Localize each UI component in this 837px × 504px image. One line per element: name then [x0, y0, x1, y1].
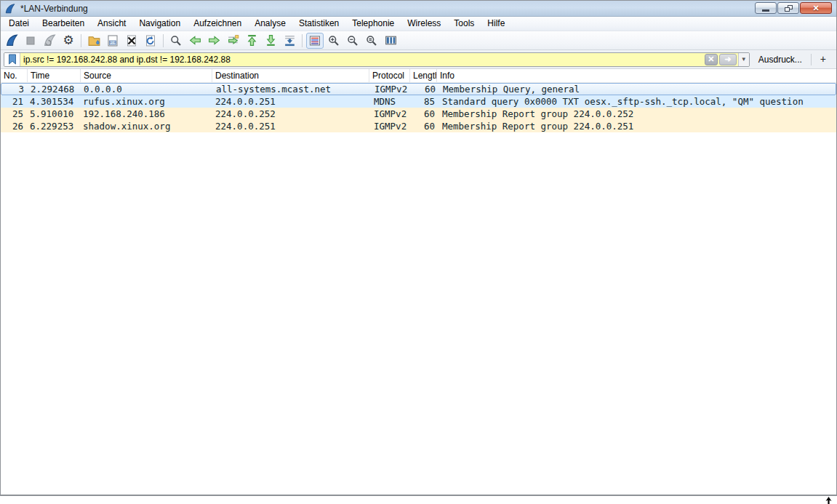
window-controls: ✕ [755, 2, 832, 14]
restart-capture-icon[interactable] [41, 33, 58, 49]
main-toolbar: ⚙ 010 [1, 31, 836, 50]
go-back-icon[interactable] [186, 33, 204, 49]
cell-time: 5.910010 [28, 108, 81, 119]
cell-info: Standard query 0x0000 TXT oesx._sftp-ssh… [437, 96, 836, 107]
display-filter-box: ✕ ➜ ▼ [4, 52, 750, 67]
zoom-in-icon[interactable] [325, 33, 343, 49]
cell-info: Membership Query, general [438, 84, 836, 95]
menu-telephonie[interactable]: Telephonie [345, 17, 401, 31]
filter-separator [811, 54, 812, 65]
column-header-length[interactable]: Length [410, 69, 437, 82]
cell-time: 6.229253 [28, 121, 81, 132]
cell-length: 85 [410, 96, 437, 107]
cell-length: 60 [411, 84, 438, 95]
reload-file-icon[interactable] [142, 33, 159, 49]
cell-destination: 224.0.0.251 [212, 96, 369, 107]
colorize-packets-icon[interactable] [306, 33, 324, 49]
go-to-top-icon[interactable] [243, 33, 260, 49]
menu-datei[interactable]: Datei [2, 17, 36, 31]
resize-columns-icon[interactable] [382, 33, 399, 49]
wireshark-window: *LAN-Verbindung ✕ Datei Bearbeiten Ansic… [0, 0, 837, 496]
minimize-icon [762, 9, 769, 12]
cell-source: 0.0.0.0 [81, 84, 213, 95]
menu-navigation[interactable]: Navigation [132, 17, 187, 31]
column-header-info[interactable]: Info [437, 69, 836, 82]
svg-text:010: 010 [110, 41, 116, 44]
menu-aufzeichnen[interactable]: Aufzeichnen [187, 17, 248, 31]
packet-row[interactable]: 21 4.301534 rufus.xinux.org 224.0.0.251 … [1, 95, 836, 108]
open-file-icon[interactable] [85, 33, 103, 49]
menu-analyse[interactable]: Analyse [248, 17, 292, 31]
menu-wireless[interactable]: Wireless [401, 17, 447, 31]
filter-history-dropdown[interactable]: ▼ [738, 53, 749, 66]
toolbar-separator [163, 34, 164, 47]
cell-length: 60 [410, 108, 437, 119]
cell-protocol: IGMPv2 [370, 84, 411, 95]
go-to-bottom-icon[interactable] [262, 33, 279, 49]
column-header-no[interactable]: No. [1, 69, 28, 82]
start-capture-icon[interactable] [3, 33, 20, 49]
menu-tools[interactable]: Tools [447, 17, 481, 31]
filter-apply-button[interactable]: ➜ [719, 54, 737, 65]
packet-row[interactable]: 26 6.229253 shadow.xinux.org 224.0.0.251… [1, 120, 836, 132]
save-file-icon[interactable]: 010 [104, 33, 121, 49]
expression-button[interactable]: Ausdruck... [753, 53, 808, 66]
menu-bearbeiten[interactable]: Bearbeiten [36, 17, 91, 31]
capture-options-icon[interactable]: ⚙ [60, 33, 77, 49]
column-header-protocol[interactable]: Protocol [369, 69, 410, 82]
close-file-icon[interactable] [123, 33, 140, 49]
stop-capture-icon[interactable] [22, 33, 39, 49]
packet-row-selected[interactable]: 3 2.292468 0.0.0.0 all-systems.mcast.net… [1, 83, 836, 95]
menu-hilfe[interactable]: Hilfe [481, 17, 511, 31]
close-icon: ✕ [812, 4, 819, 12]
cell-source: rufus.xinux.org [81, 96, 212, 107]
mouse-cursor-icon [825, 495, 832, 504]
zoom-reset-icon[interactable] [363, 33, 380, 49]
cell-no: 21 [1, 96, 28, 107]
go-to-packet-icon[interactable] [224, 33, 241, 49]
wireshark-fin-icon [4, 3, 16, 15]
toolbar-separator [302, 34, 303, 47]
restore-button[interactable] [777, 2, 799, 14]
cell-source: 192.168.240.186 [81, 108, 212, 119]
minimize-button[interactable] [755, 2, 777, 14]
display-filter-input[interactable] [20, 53, 705, 66]
cell-destination: all-systems.mcast.net [213, 84, 370, 95]
close-button[interactable]: ✕ [800, 2, 832, 14]
cell-info: Membership Report group 224.0.0.251 [437, 121, 836, 132]
cell-no: 25 [1, 108, 28, 119]
column-header-source[interactable]: Source [81, 69, 212, 82]
cell-time: 4.301534 [28, 96, 81, 107]
menu-bar: Datei Bearbeiten Ansicht Navigation Aufz… [1, 17, 836, 31]
filter-clear-button[interactable]: ✕ [705, 54, 718, 65]
cell-no: 26 [1, 121, 28, 132]
bookmark-icon [8, 54, 17, 65]
title-bar[interactable]: *LAN-Verbindung ✕ [1, 1, 836, 17]
filter-bookmark-button[interactable] [4, 53, 20, 66]
column-header-destination[interactable]: Destination [212, 69, 369, 82]
menu-ansicht[interactable]: Ansicht [91, 17, 132, 31]
cell-protocol: IGMPv2 [369, 121, 410, 132]
filter-bar: ✕ ➜ ▼ Ausdruck... + [1, 50, 836, 69]
packet-list: 3 2.292468 0.0.0.0 all-systems.mcast.net… [1, 83, 836, 132]
cell-protocol: MDNS [369, 96, 410, 107]
cell-destination: 224.0.0.252 [212, 108, 369, 119]
menu-statistiken[interactable]: Statistiken [292, 17, 345, 31]
column-header-time[interactable]: Time [28, 69, 81, 82]
window-title: *LAN-Verbindung [20, 4, 88, 14]
cell-info: Membership Report group 224.0.0.252 [437, 108, 836, 119]
zoom-out-icon[interactable] [344, 33, 361, 49]
cell-no: 3 [1, 84, 28, 95]
auto-scroll-icon[interactable] [281, 33, 298, 49]
go-forward-icon[interactable] [205, 33, 223, 49]
packet-list-header: No. Time Source Destination Protocol Len… [1, 69, 836, 83]
toolbar-separator [81, 34, 81, 47]
cell-source: shadow.xinux.org [81, 121, 212, 132]
add-filter-button[interactable]: + [814, 53, 832, 66]
cell-time: 2.292468 [28, 84, 81, 95]
packet-row[interactable]: 25 5.910010 192.168.240.186 224.0.0.252 … [1, 108, 836, 120]
cell-destination: 224.0.0.251 [212, 121, 369, 132]
cell-length: 60 [410, 121, 437, 132]
restore-icon [785, 5, 793, 12]
find-packet-icon[interactable] [167, 33, 185, 49]
